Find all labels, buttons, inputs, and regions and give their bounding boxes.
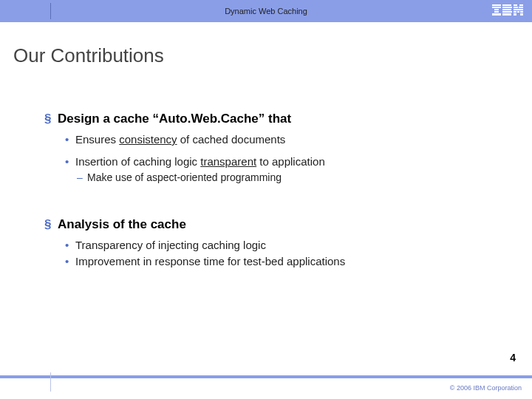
bullet-design-cache: Design a cache “Auto.Web.Cache” that xyxy=(44,112,502,126)
svg-rect-18 xyxy=(517,11,519,13)
svg-rect-1 xyxy=(492,7,501,8)
svg-rect-9 xyxy=(502,11,512,13)
text: Insertion of caching logic xyxy=(75,155,200,168)
svg-rect-3 xyxy=(494,11,499,13)
text: to application xyxy=(256,155,325,168)
header-bar: Dynamic Web Caching xyxy=(0,0,532,22)
footer-divider xyxy=(50,372,51,392)
svg-rect-10 xyxy=(502,13,511,15)
svg-rect-13 xyxy=(519,4,523,6)
svg-rect-6 xyxy=(502,4,511,6)
svg-rect-14 xyxy=(514,7,518,8)
svg-rect-16 xyxy=(514,9,523,10)
svg-rect-21 xyxy=(520,13,523,15)
bullet-consistency: Ensures consistency of cached documents xyxy=(65,132,502,147)
bullet-transparent: Insertion of caching logic transparent t… xyxy=(65,154,502,169)
svg-rect-12 xyxy=(514,4,517,6)
bullet-analysis: Analysis of the cache xyxy=(44,217,502,232)
svg-rect-17 xyxy=(514,11,516,13)
underline-consistency: consistency xyxy=(119,133,177,146)
slide-title: Our Contributions xyxy=(13,44,532,67)
svg-rect-23 xyxy=(520,15,523,16)
svg-rect-11 xyxy=(502,15,511,16)
svg-rect-5 xyxy=(492,15,501,16)
svg-rect-2 xyxy=(494,9,499,10)
svg-rect-0 xyxy=(492,4,501,6)
underline-transparent: transparent xyxy=(200,155,256,168)
sub-bullets-2: Transparency of injecting caching logic … xyxy=(65,238,502,270)
page-number: 4 xyxy=(510,352,516,364)
svg-rect-22 xyxy=(514,15,516,16)
slide-content: Design a cache “Auto.Web.Cache” that Ens… xyxy=(44,112,502,269)
svg-rect-8 xyxy=(502,9,511,10)
svg-rect-19 xyxy=(520,11,523,13)
bullet-transparency-inject: Transparency of injecting caching logic xyxy=(65,238,502,253)
sub-bullets-1: Ensures consistency of cached documents … xyxy=(65,132,502,183)
svg-rect-4 xyxy=(492,13,501,15)
footer-bar xyxy=(0,375,532,378)
text: Ensures xyxy=(75,133,119,146)
svg-rect-7 xyxy=(502,7,512,8)
svg-rect-15 xyxy=(519,7,523,8)
copyright: © 2006 IBM Corporation xyxy=(450,384,522,392)
bullet-aop: Make use of aspect-oriented programming xyxy=(77,171,502,183)
ibm-logo xyxy=(492,4,523,16)
svg-rect-20 xyxy=(514,13,516,15)
bullet-response-time: Improvement in response time for test-be… xyxy=(65,254,502,269)
header-title: Dynamic Web Caching xyxy=(0,7,532,16)
text: of cached documents xyxy=(177,133,286,146)
